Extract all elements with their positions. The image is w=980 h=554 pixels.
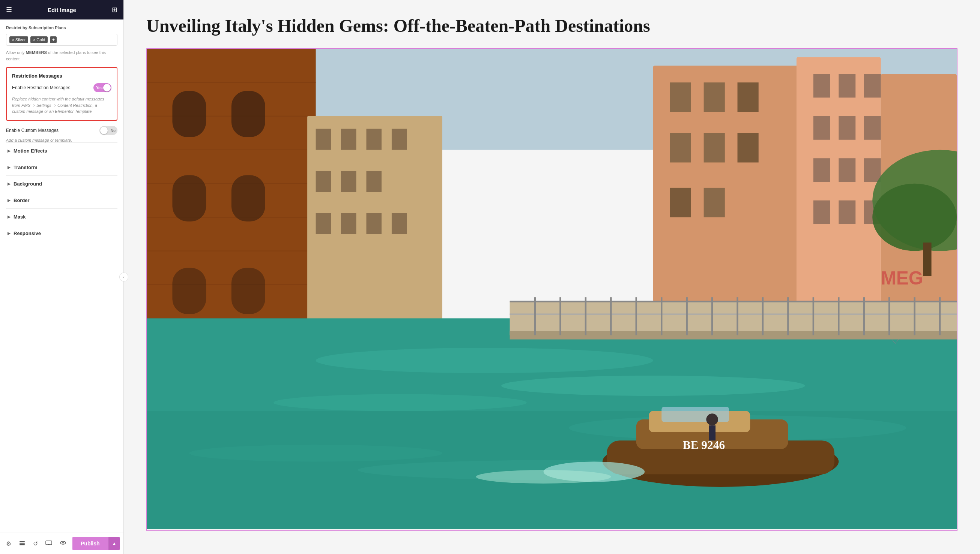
remove-silver-icon[interactable]: ×: [12, 38, 14, 42]
publish-chevron-button[interactable]: ▲: [108, 537, 120, 550]
svg-rect-28: [813, 200, 830, 224]
accordion-container: ▶ Motion Effects ▶ Transform ▶ Backgroun…: [6, 142, 117, 241]
svg-point-64: [872, 183, 957, 251]
svg-rect-65: [923, 242, 931, 276]
accordion-label-mask: Mask: [13, 214, 26, 220]
accordion-motion-effects: ▶ Motion Effects: [6, 142, 117, 159]
remove-gold-icon[interactable]: ×: [33, 38, 35, 42]
accordion-header-background[interactable]: ▶ Background: [6, 176, 117, 192]
accordion-transform: ▶ Transform: [6, 159, 117, 175]
accordion-label-motion-effects: Motion Effects: [13, 148, 47, 154]
custom-messages-toggle[interactable]: No: [99, 126, 117, 135]
svg-rect-61: [366, 213, 381, 234]
publish-button[interactable]: Publish: [72, 537, 108, 550]
accordion-label-background: Background: [13, 181, 42, 187]
restriction-messages-box: Restriction Messages Enable Restriction …: [6, 67, 117, 121]
svg-rect-16: [704, 188, 725, 217]
svg-rect-4: [48, 544, 49, 545]
svg-rect-46: [231, 91, 265, 137]
svg-rect-59: [316, 213, 331, 234]
svg-point-6: [62, 542, 64, 543]
svg-rect-20: [838, 74, 856, 97]
svg-rect-21: [864, 74, 881, 97]
restriction-description: Replace hidden content with the default …: [12, 96, 112, 115]
eye-icon[interactable]: [58, 538, 68, 549]
svg-rect-60: [341, 213, 356, 234]
accordion-header-transform[interactable]: ▶ Transform: [6, 159, 117, 175]
svg-rect-48: [231, 175, 265, 221]
venice-image: ВЕ 9246 MEG ♡: [147, 49, 957, 529]
custom-messages-desc: Add a custom message or template.: [6, 138, 117, 142]
hamburger-icon[interactable]: ☰: [6, 6, 12, 14]
accordion-header-responsive[interactable]: ▶ Responsive: [6, 225, 117, 241]
svg-rect-3: [46, 541, 52, 544]
svg-point-68: [273, 394, 527, 411]
svg-rect-25: [813, 158, 830, 182]
custom-messages-row: Enable Custom Messages No: [6, 126, 117, 135]
accordion-header-mask[interactable]: ▶ Mask: [6, 209, 117, 225]
svg-rect-49: [172, 267, 206, 314]
restrict-section-label: Restrict by Subscription Plans: [6, 25, 117, 30]
accordion-header-border[interactable]: ▶ Border: [6, 192, 117, 209]
svg-rect-12: [670, 133, 691, 162]
svg-rect-52: [316, 129, 331, 150]
settings-icon[interactable]: ⚙: [5, 539, 13, 549]
chevron-border: ▶: [8, 198, 11, 202]
enable-restriction-toggle[interactable]: Yes: [93, 83, 112, 92]
enable-restriction-row: Enable Restriction Messages Yes: [12, 83, 112, 92]
svg-rect-24: [864, 116, 881, 139]
accordion-label-transform: Transform: [13, 164, 38, 170]
plan-tags-container: × Silver × Gold +: [6, 34, 117, 46]
accordion-responsive: ▶ Responsive: [6, 225, 117, 241]
svg-rect-57: [341, 171, 356, 192]
sidebar-content: Restrict by Subscription Plans × Silver …: [0, 19, 123, 533]
sidebar-collapse-button[interactable]: ‹: [119, 272, 128, 282]
layers-icon[interactable]: [17, 538, 27, 549]
svg-rect-50: [231, 267, 265, 314]
svg-rect-55: [392, 129, 407, 150]
svg-rect-1: [19, 543, 25, 544]
svg-point-82: [706, 414, 718, 425]
article-title: Unveiling Italy's Hidden Gems: Off-the-B…: [146, 15, 958, 37]
svg-rect-13: [704, 133, 725, 162]
svg-rect-0: [19, 541, 25, 542]
accordion-background: ▶ Background: [6, 175, 117, 192]
accordion-header-motion-effects[interactable]: ▶ Motion Effects: [6, 143, 117, 159]
custom-messages-label: Enable Custom Messages: [6, 128, 59, 133]
svg-rect-78: [661, 407, 729, 422]
toggle-no-label: No: [111, 128, 116, 132]
allow-text-prefix: Allow only: [6, 50, 26, 55]
svg-text:ВЕ 9246: ВЕ 9246: [683, 438, 725, 451]
plan-tag-silver-label: Silver: [15, 38, 26, 42]
svg-text:MEG: MEG: [881, 267, 923, 288]
grid-icon[interactable]: ⊞: [112, 6, 117, 14]
svg-rect-58: [366, 171, 381, 192]
chevron-responsive: ▶: [8, 231, 11, 236]
svg-rect-10: [704, 83, 725, 112]
history-icon[interactable]: ↺: [32, 539, 39, 549]
svg-point-81: [476, 470, 611, 484]
svg-point-69: [501, 376, 805, 396]
plan-tag-gold[interactable]: × Gold: [30, 37, 48, 43]
svg-rect-11: [737, 83, 759, 112]
svg-rect-83: [709, 425, 715, 440]
svg-rect-27: [864, 158, 881, 182]
chevron-motion-effects: ▶: [8, 149, 11, 153]
sidebar-toolbar: ⚙ ↺ Pu: [0, 533, 123, 554]
svg-rect-62: [392, 213, 407, 234]
plan-tag-gold-label: Gold: [37, 38, 45, 42]
responsive-icon[interactable]: [44, 538, 54, 549]
publish-container: Publish ▲: [72, 537, 120, 550]
main-content: Unveiling Italy's Hidden Gems: Off-the-B…: [124, 0, 980, 554]
add-plan-button[interactable]: +: [50, 37, 57, 43]
sidebar: ☰ Edit Image ⊞ Restrict by Subscription …: [0, 0, 124, 554]
toggle-yes-label: Yes: [96, 86, 102, 90]
svg-rect-14: [737, 133, 759, 162]
article-image-container: ВЕ 9246 MEG ♡: [146, 48, 958, 531]
accordion-label-responsive: Responsive: [13, 231, 41, 236]
chevron-background: ▶: [8, 182, 11, 186]
plan-tag-silver[interactable]: × Silver: [10, 37, 28, 43]
svg-rect-22: [813, 116, 830, 139]
accordion-mask: ▶ Mask: [6, 209, 117, 225]
enable-restriction-label: Enable Restriction Messages: [12, 85, 70, 91]
